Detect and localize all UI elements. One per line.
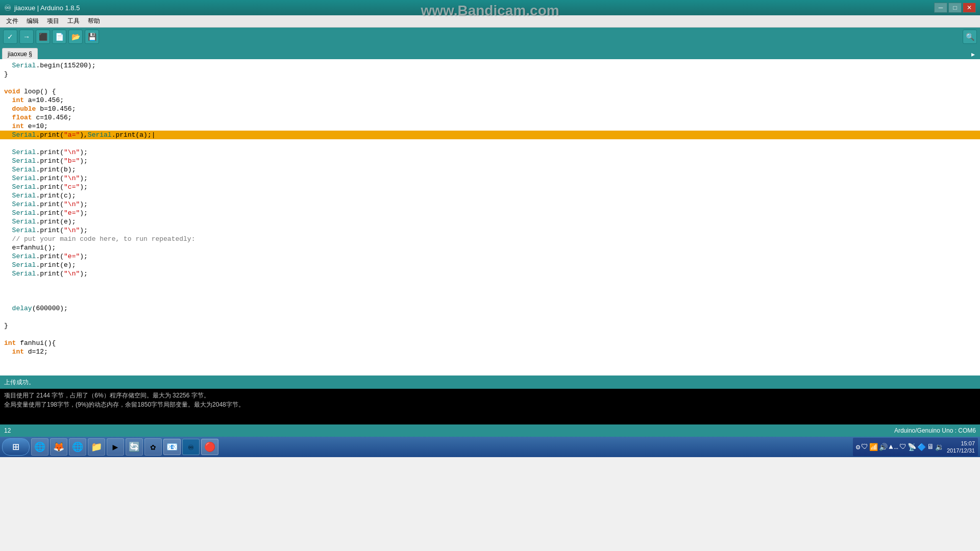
tray-network[interactable]: 📶 xyxy=(869,443,878,452)
code-line-8: int e=10; xyxy=(0,122,980,131)
system-clock: 15:07 2017/12/31 xyxy=(947,440,975,455)
code-line-13: Serial.print(b); xyxy=(0,165,980,174)
taskbar: ⊞ 🌐 🦊 🌐 📁 ▶ 🔄 ✿ 📧 ♾ 🔴 ⚙ 🛡 📶 🔊 ▲ … 🛡 📡 🔷 … xyxy=(0,437,980,457)
clock-time: 15:07 xyxy=(947,440,975,447)
taskbar-ie[interactable]: 🌐 xyxy=(31,438,48,456)
menu-file[interactable]: 文件 xyxy=(2,16,22,27)
code-line-17: Serial.print("\n"); xyxy=(0,200,980,209)
console-line-2: 全局变量使用了198字节，(9%)的动态内存，余留1850字节局部变量。最大为2… xyxy=(4,400,976,409)
code-line-29: delay(600000); xyxy=(0,304,980,313)
tab-label: jiaoxue § xyxy=(8,51,32,58)
code-line-5: int a=10.456; xyxy=(0,96,980,105)
code-line-12: Serial.print("b="); xyxy=(0,157,980,165)
tray-security[interactable]: 🛡 xyxy=(861,443,868,451)
code-line-24: Serial.print(e); xyxy=(0,261,980,269)
code-line-6: double b=10.456; xyxy=(0,105,980,113)
menu-tools[interactable]: 工具 xyxy=(63,16,84,27)
open-button[interactable]: 📂 xyxy=(68,30,83,44)
code-line-10 xyxy=(0,139,980,148)
tray-settings[interactable]: ⚙ xyxy=(856,443,860,452)
bottom-statusbar: 12 Arduino/Genuino Uno : COM6 xyxy=(0,424,980,437)
serial-monitor-button[interactable]: 🔍 xyxy=(963,30,977,44)
menubar: 文件 编辑 项目 工具 帮助 xyxy=(0,15,980,28)
code-line-28 xyxy=(0,295,980,304)
code-line-23: Serial.print("e="); xyxy=(0,252,980,261)
code-line-4: void loop() { xyxy=(0,87,980,96)
clock-date: 2017/12/31 xyxy=(947,447,975,454)
close-button[interactable]: ✕ xyxy=(963,3,976,13)
code-line-15: Serial.print("c="); xyxy=(0,183,980,191)
upload-statusbar: 上传成功。 xyxy=(0,375,980,389)
tray-display[interactable]: 🖥 xyxy=(927,443,934,451)
code-line-9: Serial.print("a="),Serial.print(a); xyxy=(0,131,980,139)
tray-icons[interactable]: ▲ xyxy=(889,443,893,451)
minimize-button[interactable]: ─ xyxy=(934,3,947,13)
titlebar-left: ♾ jiaoxue | Arduino 1.8.5 xyxy=(4,3,80,13)
window-title: jiaoxue | Arduino 1.8.5 xyxy=(14,4,80,12)
console-line-1: 项目使用了 2144 字节，占用了（6%）程序存储空间。最大为 32256 字节… xyxy=(4,391,976,400)
line-number: 12 xyxy=(4,427,11,434)
code-line-7: float c=10.456; xyxy=(0,113,980,122)
menu-help[interactable]: 帮助 xyxy=(84,16,104,27)
code-line-21: // put your main code here, to run repea… xyxy=(0,235,980,243)
taskbar-arduino[interactable]: ♾ xyxy=(182,439,200,455)
tab-jiaoxue[interactable]: jiaoxue § xyxy=(2,48,38,59)
code-line-19: Serial.print(e); xyxy=(0,217,980,226)
tray-wifi[interactable]: 📡 xyxy=(908,443,916,452)
code-line-25: Serial.print("\n"); xyxy=(0,269,980,278)
code-line-11: Serial.print("\n"); xyxy=(0,148,980,157)
taskbar-tray: ⚙ 🛡 📶 🔊 ▲ … 🛡 📡 🔷 🖥 🔉 15:07 2017/12/31 xyxy=(853,438,978,456)
taskbar-media[interactable]: ▶ xyxy=(107,438,124,456)
new-button[interactable]: 📄 xyxy=(52,30,66,44)
tab-scroll-right[interactable]: ▸ xyxy=(968,49,978,59)
tray-antivirus[interactable]: 🛡 xyxy=(899,443,906,451)
code-line-30 xyxy=(0,313,980,321)
code-line-2: } xyxy=(0,70,980,79)
code-line-18: Serial.print("e="); xyxy=(0,209,980,217)
upload-button[interactable]: → xyxy=(19,30,34,44)
code-line-32 xyxy=(0,330,980,339)
taskbar-explorer[interactable]: 📁 xyxy=(88,438,105,456)
taskbar-outlook[interactable]: 📧 xyxy=(163,439,181,455)
code-line-27 xyxy=(0,287,980,295)
code-line-14: Serial.print("\n"); xyxy=(0,174,980,183)
menu-project[interactable]: 项目 xyxy=(43,16,63,27)
code-editor[interactable]: Serial.begin(115200); } void loop() { in… xyxy=(0,59,980,375)
taskbar-record[interactable]: 🔴 xyxy=(201,439,218,455)
save-button[interactable]: 💾 xyxy=(85,30,99,44)
toolbar: ✓ → ⬛ 📄 📂 💾 🔍 xyxy=(0,28,980,46)
app-icon: ♾ xyxy=(4,3,11,13)
menu-edit[interactable]: 编辑 xyxy=(22,16,43,27)
code-line-22: e=fanhui(); xyxy=(0,243,980,252)
taskbar-firefox[interactable]: 🦊 xyxy=(50,438,67,456)
tray-sound[interactable]: 🔊 xyxy=(879,443,888,452)
verify-button[interactable]: ✓ xyxy=(3,30,17,44)
window-controls: ─ □ ✕ xyxy=(934,3,976,13)
titlebar: ♾ jiaoxue | Arduino 1.8.5 www.Bandicam.c… xyxy=(0,0,980,15)
taskbar-browser2[interactable]: 🌐 xyxy=(69,438,86,456)
code-line-31: } xyxy=(0,321,980,330)
tray-bluetooth[interactable]: 🔷 xyxy=(917,443,926,452)
console-output: 项目使用了 2144 字节，占用了（6%）程序存储空间。最大为 32256 字节… xyxy=(0,389,980,424)
code-line-1: Serial.begin(115200); xyxy=(0,61,980,70)
tab-scroll: ▸ xyxy=(968,49,978,59)
tray-volume[interactable]: 🔉 xyxy=(935,443,944,452)
code-line-26 xyxy=(0,278,980,287)
debug-button[interactable]: ⬛ xyxy=(36,30,50,44)
board-info: Arduino/Genuino Uno : COM6 xyxy=(894,427,976,434)
taskbar-refresh[interactable]: 🔄 xyxy=(126,438,143,456)
code-line-16: Serial.print(c); xyxy=(0,191,980,200)
tray-more[interactable]: … xyxy=(894,443,898,451)
code-line-20: Serial.print("\n"); xyxy=(0,226,980,235)
taskbar-flower[interactable]: ✿ xyxy=(144,438,162,456)
code-line-33: int fanhui(){ xyxy=(0,339,980,347)
code-line-34: int d=12; xyxy=(0,347,980,356)
code-line-3 xyxy=(0,79,980,87)
tabbar: jiaoxue § ▸ xyxy=(0,46,980,59)
start-button[interactable]: ⊞ xyxy=(2,438,30,456)
upload-status: 上传成功。 xyxy=(4,378,35,387)
maximize-button[interactable]: □ xyxy=(948,3,962,13)
